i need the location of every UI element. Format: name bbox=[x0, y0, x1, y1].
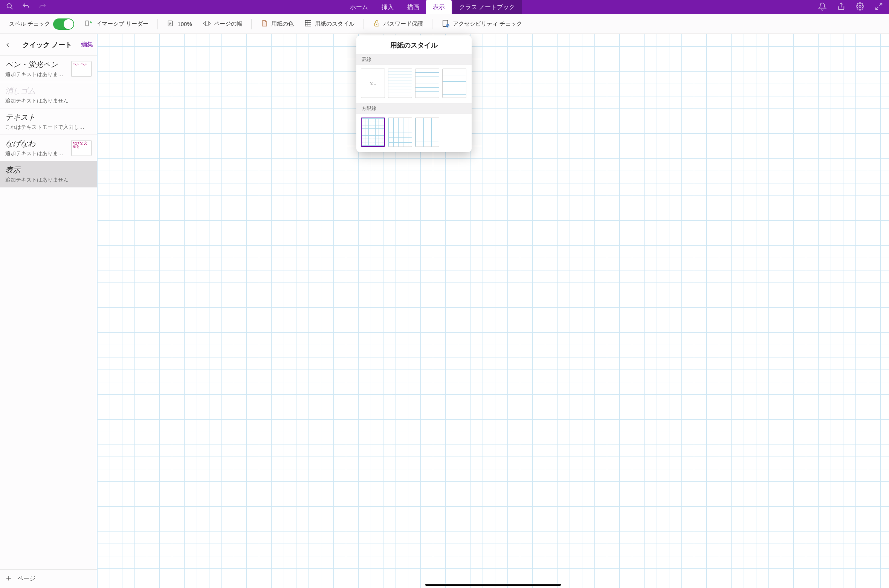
ruled-options: なし bbox=[356, 65, 472, 103]
notifications-icon[interactable] bbox=[818, 2, 826, 12]
grid-small[interactable] bbox=[361, 118, 385, 147]
svg-line-1 bbox=[11, 8, 13, 9]
undo-icon[interactable] bbox=[22, 2, 30, 12]
topbar: ホーム挿入描画表示クラス ノートブック bbox=[0, 0, 889, 14]
immersive-reader-icon bbox=[85, 19, 93, 29]
tab-ホーム[interactable]: ホーム bbox=[343, 0, 375, 14]
note-item[interactable]: 表示追加テキストはありません bbox=[0, 161, 97, 188]
zoom-icon bbox=[167, 20, 174, 28]
page-width-button[interactable]: ページの幅 bbox=[199, 17, 246, 31]
note-title: ペン・蛍光ペン bbox=[5, 60, 68, 70]
section-ruled-label: 罫線 bbox=[356, 54, 472, 65]
section-grid-label: 方眼線 bbox=[356, 103, 472, 114]
popover-title: 用紙のスタイル bbox=[356, 35, 472, 54]
paper-style-button[interactable]: 用紙のスタイル bbox=[301, 17, 358, 31]
note-subtitle: 追加テキストはありま… bbox=[5, 150, 68, 157]
note-title: 消しゴム bbox=[5, 86, 92, 96]
paper-style-icon bbox=[304, 20, 312, 28]
svg-point-17 bbox=[376, 24, 377, 25]
ribbon: スペル チェック イマーシブ リーダー 100% ページの幅 用紙の色 用紙のス… bbox=[0, 14, 889, 34]
plus-icon bbox=[5, 575, 12, 583]
paper-color-button[interactable]: 用紙の色 bbox=[257, 17, 298, 31]
svg-rect-11 bbox=[305, 21, 311, 26]
note-item[interactable]: 消しゴム追加テキストはありません bbox=[0, 82, 97, 108]
note-item[interactable]: テキストこれはテキストモードで入力し… bbox=[0, 108, 97, 135]
page-width-icon bbox=[203, 20, 211, 28]
settings-icon[interactable] bbox=[856, 2, 864, 12]
grid-large[interactable] bbox=[415, 118, 439, 147]
add-page-button[interactable]: ページ bbox=[0, 569, 97, 588]
note-item[interactable]: なげなわ追加テキストはありま…なげな 文章を bbox=[0, 135, 97, 161]
expand-icon[interactable] bbox=[875, 2, 883, 12]
spellcheck-label: スペル チェック bbox=[9, 20, 50, 27]
password-protect-button[interactable]: パスワード保護 bbox=[369, 17, 427, 31]
paper-color-icon bbox=[261, 19, 268, 29]
svg-point-0 bbox=[7, 4, 12, 8]
svg-point-3 bbox=[859, 5, 861, 8]
ruled-college[interactable] bbox=[415, 69, 439, 98]
svg-rect-18 bbox=[443, 20, 448, 27]
svg-line-5 bbox=[876, 7, 878, 9]
lock-icon bbox=[373, 19, 380, 29]
back-button[interactable] bbox=[2, 41, 14, 49]
note-canvas[interactable]: 用紙のスタイル 罫線 なし 方眼線 bbox=[97, 34, 889, 588]
note-subtitle: 追加テキストはありません bbox=[5, 98, 92, 104]
content-area: クイック ノート 編集 ペン・蛍光ペン追加テキストはありま…ペン ペン消しゴム追… bbox=[0, 34, 889, 588]
spellcheck-toggle[interactable]: スペル チェック bbox=[5, 16, 78, 32]
immersive-reader-button[interactable]: イマーシブ リーダー bbox=[81, 17, 152, 31]
note-thumbnail: なげな 文章を bbox=[71, 140, 92, 156]
ruled-wide[interactable] bbox=[442, 69, 466, 98]
note-thumbnail: ペン ペン bbox=[71, 61, 92, 77]
accessibility-check-button[interactable]: アクセシビリティ チェック bbox=[438, 17, 526, 31]
redo-icon[interactable] bbox=[38, 2, 47, 12]
sidebar: クイック ノート 編集 ペン・蛍光ペン追加テキストはありま…ペン ペン消しゴム追… bbox=[0, 34, 97, 588]
home-indicator bbox=[425, 584, 561, 586]
tab-表示[interactable]: 表示 bbox=[426, 0, 452, 14]
zoom-button[interactable]: 100% bbox=[163, 17, 196, 31]
grid-medium[interactable] bbox=[388, 118, 412, 147]
toggle-switch[interactable] bbox=[53, 18, 74, 30]
sidebar-title: クイック ノート bbox=[14, 40, 81, 49]
ruled-none[interactable]: なし bbox=[361, 69, 385, 98]
grid-options bbox=[356, 114, 472, 152]
note-subtitle: 追加テキストはありま… bbox=[5, 71, 68, 78]
svg-line-4 bbox=[880, 3, 882, 6]
note-title: 表示 bbox=[5, 165, 92, 175]
search-icon[interactable] bbox=[6, 3, 14, 12]
ruled-narrow[interactable] bbox=[388, 69, 412, 98]
paper-style-popover: 用紙のスタイル 罫線 なし 方眼線 bbox=[356, 35, 472, 152]
note-list: ペン・蛍光ペン追加テキストはありま…ペン ペン消しゴム追加テキストはありませんテ… bbox=[0, 56, 97, 569]
note-subtitle: 追加テキストはありません bbox=[5, 177, 92, 183]
sidebar-header: クイック ノート 編集 bbox=[0, 34, 97, 56]
edit-button[interactable]: 編集 bbox=[81, 41, 93, 49]
tab-挿入[interactable]: 挿入 bbox=[375, 0, 400, 14]
tab-描画[interactable]: 描画 bbox=[400, 0, 426, 14]
note-title: なげなわ bbox=[5, 139, 68, 149]
note-title: テキスト bbox=[5, 112, 92, 122]
note-subtitle: これはテキストモードで入力し… bbox=[5, 124, 92, 131]
svg-rect-10 bbox=[205, 21, 208, 26]
share-icon[interactable] bbox=[837, 2, 845, 12]
tab-class-notebook[interactable]: クラス ノートブック bbox=[452, 0, 522, 14]
accessibility-icon bbox=[441, 19, 450, 29]
note-item[interactable]: ペン・蛍光ペン追加テキストはありま…ペン ペン bbox=[0, 56, 97, 82]
